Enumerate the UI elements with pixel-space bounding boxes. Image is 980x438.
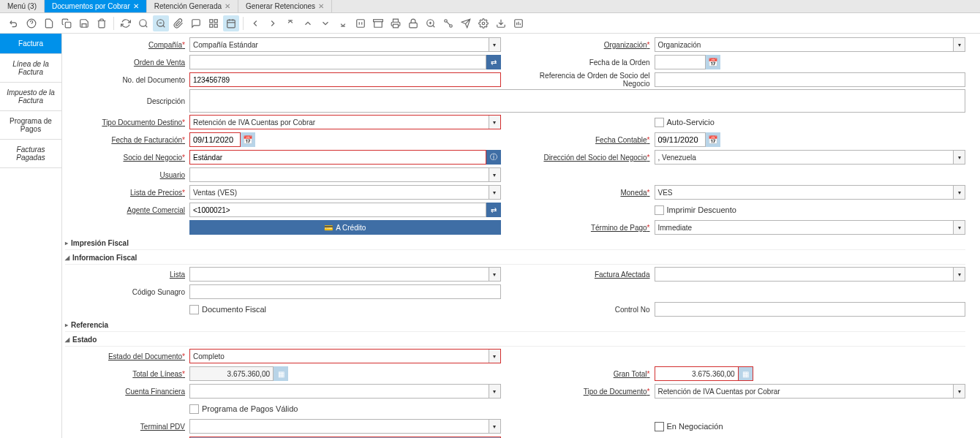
chevron-down-icon[interactable]: ▾ [489,385,500,398]
undo-icon[interactable] [6,15,22,31]
chevron-down-icon[interactable]: ▾ [953,385,965,398]
field-socio-negocio[interactable] [189,150,486,165]
field-fecha-orden[interactable] [655,55,706,69]
section-impresion-fiscal[interactable]: ▸Impresión Fiscal [65,237,965,250]
field-lista-precios[interactable]: Ventas (VES)▾ [189,185,501,200]
field-estado-documento[interactable]: Completo▾ [189,349,501,363]
section-informacion-fiscal[interactable]: ◢Informacion Fiscal [65,252,965,265]
last-icon[interactable] [335,15,351,31]
close-icon[interactable]: ✕ [225,2,230,10]
field-control-no[interactable] [655,302,966,317]
report-icon[interactable] [353,15,369,31]
field-organizacion[interactable]: Organización▾ [655,37,966,52]
field-cuenta-financiera[interactable]: ▾ [189,384,501,399]
field-factura-afectada[interactable]: ▾ [655,267,966,282]
chevron-down-icon[interactable]: ▾ [489,168,500,181]
field-agente-comercial[interactable] [189,203,486,217]
help-icon[interactable] [23,15,39,31]
checkbox-programa-pagos-valido[interactable] [189,404,199,414]
field-no-documento[interactable] [189,72,501,87]
calc-icon[interactable]: ▦ [274,366,288,381]
sidebar-item-facturas-pagadas[interactable]: Facturas Pagadas [0,140,61,168]
tab-generar-retenciones[interactable]: Generar Retenciones✕ [238,0,332,12]
a-credito-button[interactable]: 💳 A Crédito [189,220,501,235]
export-icon[interactable] [493,15,509,31]
sidebar-item-programa-pagos[interactable]: Programa de Pagos [0,111,61,140]
calc-icon[interactable]: ▦ [739,366,753,381]
field-usuario[interactable]: ▾ [189,167,501,182]
calendar-icon[interactable]: 📅 [706,55,720,69]
down-icon[interactable] [317,15,333,31]
lookup-icon[interactable]: ⇄ [486,55,501,69]
chart-icon[interactable] [510,15,527,31]
tab-retencion-generada[interactable]: Retención Generada✕ [147,0,238,12]
prev-icon[interactable] [247,15,263,31]
chevron-down-icon[interactable]: ▾ [489,420,500,433]
search-icon[interactable] [135,15,151,31]
first-icon[interactable] [282,15,298,31]
chevron-down-icon[interactable]: ▾ [489,268,500,281]
field-tipo-doc-destino[interactable]: Retención de IVA Cuentas por Cobrar▾ [189,115,501,129]
calendar-icon[interactable] [223,15,239,31]
chevron-down-icon[interactable]: ▾ [953,151,965,164]
chevron-down-icon[interactable]: ▾ [953,186,965,199]
label-factura-afectada: Factura Afectada [530,271,655,279]
field-terminal-pdv[interactable]: ▾ [189,419,501,434]
copy-icon[interactable] [59,15,75,31]
gear-icon[interactable] [475,15,491,31]
chevron-down-icon[interactable]: ▾ [953,268,965,281]
delete-icon[interactable] [94,15,110,31]
field-termino-pago[interactable]: Immediate▾ [655,220,966,235]
checkbox-documento-fiscal[interactable] [189,305,199,314]
section-estado[interactable]: ◢Estado [65,333,965,347]
attachment-icon[interactable] [170,15,186,31]
checkbox-imprimir-descuento[interactable] [655,205,664,215]
field-ref-orden-socio[interactable] [655,72,966,87]
close-icon[interactable]: ✕ [133,2,139,10]
print-icon[interactable] [388,15,404,31]
new-icon[interactable] [41,15,57,31]
workflow-icon[interactable] [440,15,456,31]
calendar-icon[interactable]: 📅 [241,132,255,147]
chevron-down-icon[interactable]: ▾ [489,116,500,129]
close-icon[interactable]: ✕ [318,2,324,10]
sidebar-item-impuesto-factura[interactable]: Impuesto de la Factura [0,83,61,111]
lookup-icon[interactable]: ⇄ [486,203,501,217]
checkbox-en-negociacion[interactable] [655,422,664,431]
field-descripcion[interactable] [189,89,965,113]
field-moneda[interactable]: VES▾ [655,185,966,200]
archive-icon[interactable] [370,15,386,31]
chat-icon[interactable] [188,15,204,31]
request-icon[interactable] [458,15,474,31]
sidebar-item-factura[interactable]: Factura [0,34,61,54]
label-control-no: Control No [530,306,655,314]
zoom-across-icon[interactable] [423,15,439,31]
tab-documentos-por-cobrar[interactable]: Documentos por Cobrar✕ [45,0,147,12]
sidebar-item-linea-factura[interactable]: Línea de la Factura [0,54,61,83]
field-direccion-socio[interactable]: , Venezuela▾ [655,150,966,165]
field-lista[interactable]: ▾ [189,267,501,282]
field-fecha-contable[interactable] [655,132,706,147]
next-icon[interactable] [265,15,281,31]
tab-menu[interactable]: Menú (3) [0,0,45,12]
checkbox-auto-servicio[interactable] [655,118,664,127]
field-compania[interactable]: Compañía Estándar▾ [189,37,501,52]
info-icon[interactable]: ⓘ [486,150,501,165]
zoom-icon[interactable] [153,15,169,31]
chevron-down-icon[interactable]: ▾ [489,186,500,199]
grid-icon[interactable] [206,15,222,31]
chevron-down-icon[interactable]: ▾ [489,350,500,363]
chevron-down-icon[interactable]: ▾ [953,38,965,51]
field-fecha-facturacion[interactable] [189,132,241,147]
section-referencia[interactable]: ▸Referencia [65,319,965,332]
chevron-down-icon[interactable]: ▾ [489,38,500,51]
save-icon[interactable] [76,15,92,31]
field-orden-venta[interactable] [189,55,486,69]
field-tipo-documento[interactable]: Retención de IVA Cuentas por Cobrar▾ [655,384,966,399]
refresh-icon[interactable] [118,15,134,31]
lock-icon[interactable] [405,15,421,31]
up-icon[interactable] [300,15,316,31]
chevron-down-icon[interactable]: ▾ [953,221,965,234]
field-codigo-sunagro[interactable] [189,284,501,299]
calendar-icon[interactable]: 📅 [706,132,720,147]
